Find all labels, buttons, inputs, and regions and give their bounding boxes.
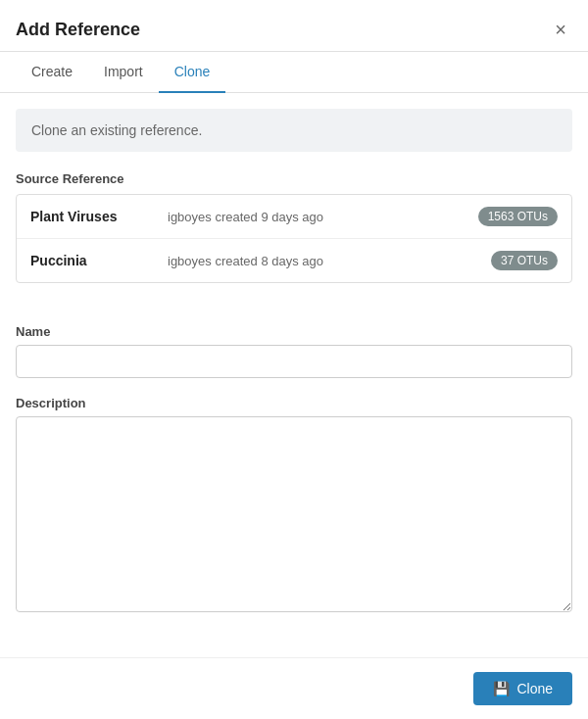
source-reference-label: Source Reference xyxy=(16,171,572,186)
source-reference-table: Plant Viruses igboyes created 9 days ago… xyxy=(16,194,572,283)
tab-clone[interactable]: Clone xyxy=(159,52,226,93)
modal-title: Add Reference xyxy=(16,20,140,40)
tab-import[interactable]: Import xyxy=(88,52,159,93)
source-row-meta: igboyes created 8 days ago xyxy=(168,254,491,268)
source-row-meta: igboyes created 9 days ago xyxy=(168,210,478,224)
source-reference-section: Source Reference Plant Viruses igboyes c… xyxy=(16,171,572,307)
table-row[interactable]: Puccinia igboyes created 8 days ago 37 O… xyxy=(17,239,571,282)
info-box: Clone an existing reference. xyxy=(16,109,572,152)
name-input[interactable] xyxy=(16,345,572,378)
info-text: Clone an existing reference. xyxy=(31,122,202,138)
tabs-bar: Create Import Clone xyxy=(0,52,588,93)
tab-create[interactable]: Create xyxy=(16,52,88,93)
name-field-group: Name xyxy=(16,324,572,378)
description-label: Description xyxy=(16,396,572,410)
source-row-name: Plant Viruses xyxy=(30,209,168,224)
modal-header: Add Reference × xyxy=(0,0,588,52)
otu-badge: 37 OTUs xyxy=(491,251,558,270)
description-field-group: Description xyxy=(16,396,572,616)
otu-badge: 1563 OTUs xyxy=(478,207,558,226)
name-label: Name xyxy=(16,324,572,339)
modal-footer: 💾 Clone xyxy=(0,657,588,719)
modal-body: Clone an existing reference. Source Refe… xyxy=(0,93,588,657)
close-button[interactable]: × xyxy=(549,18,572,41)
save-icon: 💾 xyxy=(493,681,510,696)
clone-button[interactable]: 💾 Clone xyxy=(473,672,572,705)
table-row[interactable]: Plant Viruses igboyes created 9 days ago… xyxy=(17,195,571,239)
source-row-name: Puccinia xyxy=(30,253,168,268)
description-input[interactable] xyxy=(16,416,572,612)
clone-button-label: Clone xyxy=(516,681,553,696)
modal: Add Reference × Create Import Clone Clon… xyxy=(0,0,588,719)
